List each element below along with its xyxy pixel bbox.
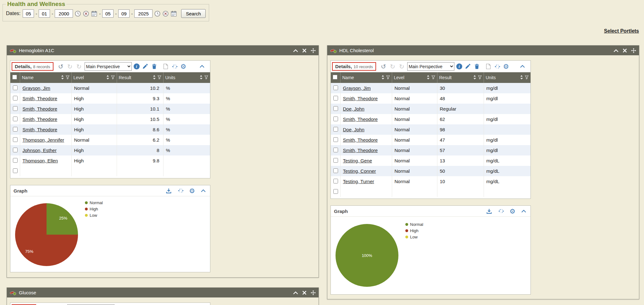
close-icon[interactable] <box>622 48 627 53</box>
refresh-icon[interactable] <box>177 187 184 194</box>
row-checkbox[interactable] <box>13 96 18 101</box>
move-icon[interactable] <box>311 48 316 53</box>
redo-all-icon[interactable]: ↻ <box>398 63 405 70</box>
perspective-select[interactable]: Main Perspective <box>407 62 454 71</box>
row-checkbox[interactable] <box>333 189 338 194</box>
filter-icon[interactable] <box>111 75 115 80</box>
row-checkbox[interactable] <box>13 106 18 111</box>
collapse-section-icon[interactable] <box>198 63 206 70</box>
from-day-input[interactable] <box>39 9 50 18</box>
row-checkbox[interactable] <box>333 85 338 90</box>
collapse-icon[interactable] <box>293 290 298 295</box>
sort-icon[interactable] <box>200 75 203 80</box>
sort-icon[interactable] <box>381 75 384 80</box>
from-year-input[interactable] <box>55 9 73 18</box>
row-checkbox[interactable] <box>13 158 18 163</box>
calendar-icon[interactable] <box>171 11 177 17</box>
col-header-result[interactable]: Result <box>117 72 163 83</box>
perspective-select[interactable]: Main Perspective <box>85 62 132 71</box>
settings-gear-icon[interactable]: ⚙ <box>180 63 186 70</box>
col-header-level[interactable]: Level <box>71 72 117 83</box>
col-header-units[interactable]: Units <box>484 72 530 83</box>
filter-icon[interactable] <box>525 75 529 80</box>
row-checkbox[interactable] <box>13 85 18 90</box>
row-checkbox[interactable] <box>333 96 338 101</box>
info-icon[interactable]: i <box>456 63 462 69</box>
refresh-icon[interactable] <box>497 208 505 215</box>
edit-icon[interactable] <box>464 63 471 70</box>
collapse-section-icon[interactable] <box>200 187 207 194</box>
sort-icon[interactable] <box>427 75 430 80</box>
settings-gear-icon[interactable]: ⚙ <box>503 63 509 70</box>
close-icon[interactable] <box>302 48 307 53</box>
patient-name-link[interactable]: Testing, Conner <box>343 168 376 174</box>
redo-icon[interactable]: ↻ <box>66 63 74 70</box>
select-all-checkbox[interactable] <box>333 75 337 79</box>
to-month-input[interactable] <box>102 9 114 18</box>
patient-name-link[interactable]: Smith, Theodore <box>343 117 378 122</box>
sort-icon[interactable] <box>520 75 523 80</box>
row-checkbox[interactable] <box>333 106 338 111</box>
row-checkbox[interactable] <box>13 148 18 152</box>
settings-gear-icon[interactable]: ⚙ <box>189 188 195 194</box>
select-portlets-link[interactable]: Select Portlets <box>604 28 639 34</box>
patient-name-link[interactable]: Smith, Theodore <box>343 137 378 143</box>
patient-name-link[interactable]: Thompson, Jennifer <box>23 137 64 143</box>
download-icon[interactable] <box>486 208 493 215</box>
portlet-header[interactable]: Glucose <box>7 288 319 297</box>
from-month-input[interactable] <box>23 9 34 18</box>
clock-icon[interactable] <box>75 11 81 17</box>
close-icon[interactable] <box>302 290 307 295</box>
patient-name-link[interactable]: Doe, John <box>343 127 364 132</box>
row-checkbox[interactable] <box>333 117 338 121</box>
row-checkbox[interactable] <box>333 168 338 173</box>
sort-icon[interactable] <box>473 75 476 80</box>
delete-icon[interactable] <box>473 63 480 70</box>
clock-icon[interactable] <box>154 11 160 17</box>
undo-icon[interactable]: ↺ <box>380 63 387 70</box>
col-header-name[interactable]: Name <box>340 72 392 83</box>
to-day-input[interactable] <box>118 9 130 18</box>
collapse-icon[interactable] <box>293 48 298 53</box>
filter-icon[interactable] <box>386 75 390 80</box>
portlet-header[interactable]: Hemoglobin A1C <box>7 46 319 55</box>
row-checkbox[interactable] <box>333 127 338 132</box>
info-icon[interactable]: i <box>134 63 140 69</box>
settings-gear-icon[interactable]: ⚙ <box>509 208 515 215</box>
filter-icon[interactable] <box>478 75 482 80</box>
patient-name-link[interactable]: Doe, John <box>343 106 364 112</box>
patient-name-link[interactable]: Grayson, Jim <box>343 85 371 91</box>
col-header-units[interactable]: Units <box>163 72 210 83</box>
download-icon[interactable] <box>165 187 172 194</box>
undo-icon[interactable]: ↺ <box>57 63 64 70</box>
move-icon[interactable] <box>311 290 316 295</box>
filter-icon[interactable] <box>66 75 69 80</box>
collapse-icon[interactable] <box>613 48 619 53</box>
patient-name-link[interactable]: Johnson, Esther <box>23 148 57 153</box>
filter-icon[interactable] <box>431 75 435 80</box>
patient-name-link[interactable]: Testing, Gene <box>343 158 372 163</box>
document-icon[interactable] <box>485 63 492 70</box>
patient-name-link[interactable]: Grayson, Jim <box>23 85 50 91</box>
patient-name-link[interactable]: Thompson, Ellen <box>23 158 58 163</box>
patient-name-link[interactable]: Smith, Theodore <box>23 117 58 122</box>
delete-icon[interactable] <box>151 63 158 70</box>
col-header-name[interactable]: Name <box>20 72 71 83</box>
sort-icon[interactable] <box>153 75 156 80</box>
sort-icon[interactable] <box>61 75 64 80</box>
select-all-checkbox[interactable] <box>12 75 17 79</box>
row-checkbox[interactable] <box>333 148 338 152</box>
move-icon[interactable] <box>631 48 636 53</box>
patient-name-link[interactable]: Smith, Theodore <box>343 96 378 101</box>
row-checkbox[interactable] <box>13 168 18 173</box>
refresh-icon[interactable] <box>171 63 179 70</box>
filter-icon[interactable] <box>158 75 161 80</box>
to-year-input[interactable] <box>134 9 153 18</box>
patient-name-link[interactable]: Testing, Turner <box>343 179 374 184</box>
row-checkbox[interactable] <box>333 158 338 163</box>
patient-name-link[interactable]: Smith, Theodore <box>23 96 58 101</box>
search-button[interactable]: Search <box>181 9 206 18</box>
patient-name-link[interactable]: Smith, Theodore <box>23 106 58 112</box>
calendar-icon[interactable] <box>91 11 97 17</box>
refresh-icon[interactable] <box>494 63 501 70</box>
